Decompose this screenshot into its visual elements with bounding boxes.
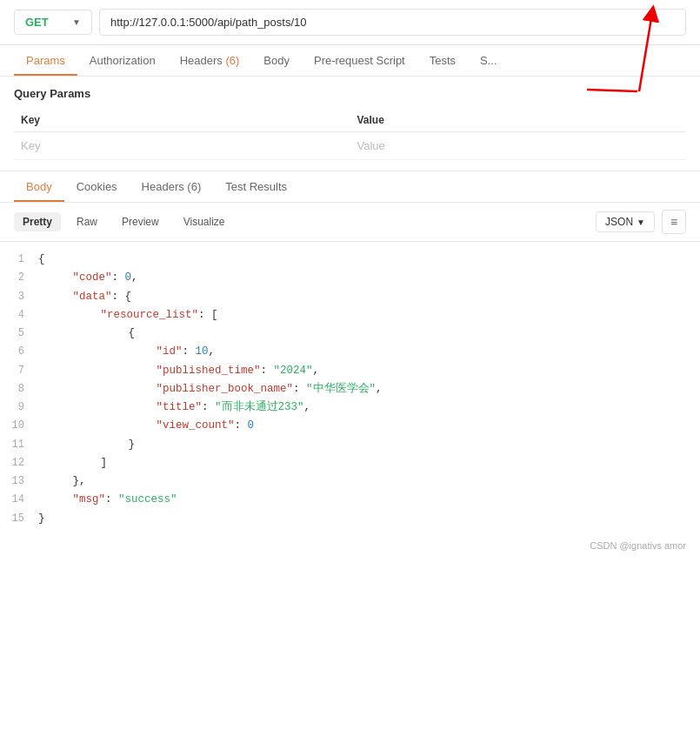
code-line-14: 14 "msg": "success" xyxy=(0,491,700,509)
tab-body[interactable]: Body xyxy=(251,45,302,76)
btn-preview[interactable]: Preview xyxy=(113,212,168,231)
tab-test-results[interactable]: Test Results xyxy=(213,171,299,202)
code-line-2: 2 "code": 0, xyxy=(0,269,700,287)
tab-params[interactable]: Params xyxy=(14,45,77,76)
request-tabs-row: Params Authorization Headers (6) Body Pr… xyxy=(0,45,700,77)
code-line-8: 8 "publisher_book_name": "中华医学会", xyxy=(0,380,700,398)
json-type-select[interactable]: JSON ▼ xyxy=(596,211,655,232)
wrap-icon[interactable]: ≡ xyxy=(662,210,686,234)
tab-response-body[interactable]: Body xyxy=(14,171,64,202)
tab-tests[interactable]: Tests xyxy=(417,45,468,76)
code-line-1: 1 { xyxy=(0,251,700,269)
value-placeholder[interactable]: Value xyxy=(350,132,687,160)
tab-pre-request[interactable]: Pre-request Script xyxy=(302,45,417,76)
main-container: GET ▼ Params Authorization Headers (6) B… xyxy=(0,0,700,558)
code-line-6: 6 "id": 10, xyxy=(0,343,700,361)
query-params-title: Query Params xyxy=(14,87,686,100)
code-line-12: 12 ] xyxy=(0,454,700,472)
code-line-15: 15 } xyxy=(0,510,700,528)
params-empty-row: Key Value xyxy=(14,132,686,160)
tab-response-headers[interactable]: Headers (6) xyxy=(130,171,214,202)
json-label: JSON xyxy=(605,216,633,228)
btn-visualize[interactable]: Visualize xyxy=(175,212,234,231)
code-line-11: 11 } xyxy=(0,436,700,454)
tab-settings[interactable]: S... xyxy=(468,45,510,76)
tab-authorization[interactable]: Authorization xyxy=(77,45,168,76)
code-line-10: 10 "view_count": 0 xyxy=(0,417,700,435)
code-line-7: 7 "published_time": "2024", xyxy=(0,362,700,380)
btn-pretty[interactable]: Pretty xyxy=(14,212,61,231)
col-value-header: Value xyxy=(350,109,687,132)
btn-raw[interactable]: Raw xyxy=(68,212,106,231)
code-line-13: 13 }, xyxy=(0,472,700,491)
params-table: Key Value Key Value xyxy=(14,109,686,160)
watermark: CSDN @ignativs amor xyxy=(0,537,700,558)
response-tabs-row: Body Cookies Headers (6) Test Results xyxy=(0,171,700,203)
url-input[interactable] xyxy=(99,9,686,36)
chevron-down-icon: ▼ xyxy=(637,218,645,227)
tab-headers[interactable]: Headers (6) xyxy=(168,45,252,76)
method-select[interactable]: GET ▼ xyxy=(14,10,92,35)
code-line-5: 5 { xyxy=(0,325,700,343)
code-line-9: 9 "title": "而非未通过233", xyxy=(0,398,700,417)
key-placeholder[interactable]: Key xyxy=(14,132,350,160)
query-params-section: Query Params Key Value Key Value xyxy=(0,77,700,171)
col-key-header: Key xyxy=(14,109,350,132)
code-line-3: 3 "data": { xyxy=(0,288,700,306)
method-label: GET xyxy=(25,16,49,29)
tab-cookies[interactable]: Cookies xyxy=(64,171,130,202)
code-line-4: 4 "resource_list": [ xyxy=(0,306,700,325)
format-bar: Pretty Raw Preview Visualize JSON ▼ ≡ xyxy=(0,203,700,242)
code-block: 1 { 2 "code": 0, 3 "data": { 4 "resource… xyxy=(0,242,700,537)
url-bar-row: GET ▼ xyxy=(0,0,700,45)
chevron-down-icon: ▼ xyxy=(72,17,81,27)
